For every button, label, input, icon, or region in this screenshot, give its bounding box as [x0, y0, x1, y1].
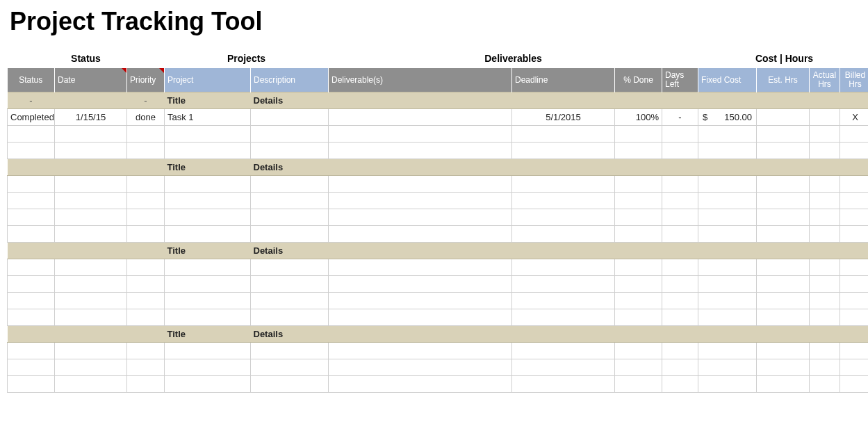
- section-title-label[interactable]: Title: [165, 159, 251, 176]
- table-row: [8, 126, 869, 143]
- table-row: [8, 376, 869, 393]
- col-project[interactable]: Project: [165, 68, 251, 92]
- col-priority[interactable]: Priority: [127, 68, 165, 92]
- section-details-label[interactable]: Details: [251, 92, 869, 109]
- table-row: [8, 193, 869, 209]
- section-details-label[interactable]: Details: [251, 159, 869, 176]
- cell-description[interactable]: [251, 109, 329, 126]
- section-row: - - Title Details: [8, 92, 869, 109]
- table-row: [8, 293, 869, 309]
- table-row: [8, 259, 869, 276]
- col-esthrs[interactable]: Est. Hrs: [757, 68, 810, 92]
- cell-deadline[interactable]: 5/1/2015: [512, 109, 615, 126]
- column-header-row: Status Date Priority Project Description…: [8, 68, 869, 92]
- cell-daysleft[interactable]: -: [662, 109, 698, 126]
- section-row: Title Details: [8, 326, 869, 343]
- cell-deliverable[interactable]: [329, 109, 512, 126]
- group-projects: Projects: [165, 50, 329, 68]
- group-status: Status: [8, 50, 165, 68]
- section-details-label[interactable]: Details: [251, 243, 869, 259]
- table-row: [8, 309, 869, 326]
- col-date[interactable]: Date: [55, 68, 127, 92]
- col-pctdone[interactable]: % Done: [615, 68, 662, 92]
- col-description[interactable]: Description: [251, 68, 329, 92]
- section-title-label[interactable]: Title: [165, 243, 251, 259]
- col-billedhrs[interactable]: Billed Hrs: [840, 68, 869, 92]
- cell-fixedcost[interactable]: $ 150.00: [698, 109, 757, 126]
- cell-billedhrs[interactable]: X: [840, 109, 869, 126]
- col-status[interactable]: Status: [8, 68, 55, 92]
- section-row: Title Details: [8, 159, 869, 176]
- table-row: [8, 226, 869, 243]
- cell-esthrs[interactable]: [757, 109, 810, 126]
- cell-pctdone[interactable]: 100%: [615, 109, 662, 126]
- section-row: Title Details: [8, 243, 869, 259]
- group-header-row: Status Projects Deliverables Cost | Hour…: [8, 50, 869, 68]
- cell-priority[interactable]: done: [127, 109, 165, 126]
- cell-actualhrs[interactable]: [810, 109, 840, 126]
- group-cost-hours: Cost | Hours: [698, 50, 869, 68]
- section-dash: -: [8, 92, 55, 109]
- section-title-label[interactable]: Title: [165, 92, 251, 109]
- section-title-label[interactable]: Title: [165, 326, 251, 343]
- section-dash: -: [127, 92, 165, 109]
- col-deliverable[interactable]: Deliverable(s): [329, 68, 512, 92]
- col-actualhrs[interactable]: Actual Hrs: [810, 68, 840, 92]
- table-row: [8, 359, 869, 376]
- currency-symbol: $: [703, 112, 707, 122]
- cell-project[interactable]: Task 1: [165, 109, 251, 126]
- page-title: Project Tracking Tool: [10, 7, 861, 36]
- table-row: [8, 343, 869, 359]
- table-row: [8, 209, 869, 226]
- col-daysleft[interactable]: Days Left: [662, 68, 698, 92]
- table-row: [8, 276, 869, 293]
- fixed-amount: 150.00: [724, 112, 752, 122]
- group-deliverables: Deliverables: [329, 50, 698, 68]
- cell-date[interactable]: 1/15/15: [55, 109, 127, 126]
- table-row: [8, 176, 869, 193]
- tracking-table: Status Projects Deliverables Cost | Hour…: [7, 50, 868, 393]
- table-row: Completed 1/15/15 done Task 1 5/1/2015 1…: [8, 109, 869, 126]
- cell-status[interactable]: Completed: [8, 109, 55, 126]
- table-row: [8, 143, 869, 159]
- col-fixedcost[interactable]: Fixed Cost: [698, 68, 757, 92]
- section-details-label[interactable]: Details: [251, 326, 869, 343]
- col-deadline[interactable]: Deadline: [512, 68, 615, 92]
